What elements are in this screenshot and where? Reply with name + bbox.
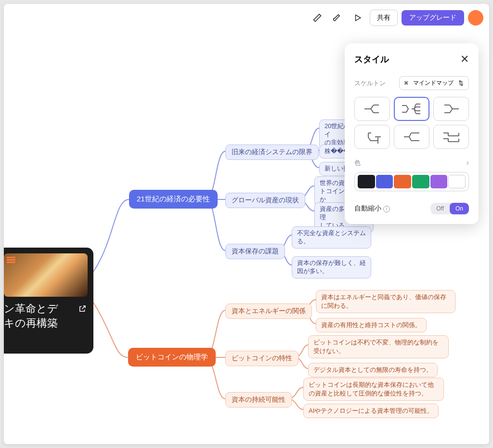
toggle-off[interactable]: Off <box>430 203 450 214</box>
skeleton-dropdown[interactable]: ⌘ マインドマップ ⇅ <box>399 76 469 90</box>
skeleton-opt-2[interactable] <box>394 97 429 121</box>
color-swatches <box>354 172 469 191</box>
upgrade-button[interactable]: アップグレード <box>402 10 464 26</box>
skeleton-grid <box>354 97 469 149</box>
leaf-long-term-adv[interactable]: ビットコインは長期的な資本保存において他の資産と比較して圧倒的な優位性を持つ。 <box>303 378 444 401</box>
close-icon[interactable]: ✕ <box>460 53 469 66</box>
swatch-blue[interactable] <box>376 175 393 188</box>
brush-icon[interactable] <box>329 10 346 26</box>
leaf-usefulness-cost[interactable]: 資産の有用性と維持コストの関係。 <box>316 318 427 332</box>
chevron-updown-icon: ⇅ <box>458 79 464 87</box>
swatch-black[interactable] <box>358 175 375 188</box>
skeleton-opt-6[interactable] <box>433 125 469 149</box>
toolbar: 共有 アップグレード <box>309 10 483 26</box>
swatch-orange[interactable] <box>394 175 411 188</box>
sub-sustainability[interactable]: 資本の持続可能性 <box>225 392 292 408</box>
leaf-energy-synonym[interactable]: 資本はエネルギーと同義であり、価値の保存に関わる。 <box>316 290 455 313</box>
swatch-purple[interactable] <box>430 175 448 188</box>
root-thumbnail <box>4 253 88 297</box>
skeleton-opt-5[interactable] <box>394 125 429 149</box>
sub-bitcoin-nature[interactable]: ビットコインの特性 <box>225 351 298 366</box>
pencil-icon[interactable] <box>309 10 325 26</box>
branch-economy[interactable]: 21世紀の経済の必要性 <box>129 190 218 209</box>
panel-title: スタイル <box>354 53 389 65</box>
external-link-icon[interactable] <box>78 304 87 315</box>
info-icon[interactable]: i <box>383 206 390 212</box>
root-node[interactable]: ン革命とデ キの再構築 <box>4 248 93 354</box>
swatch-white[interactable] <box>448 175 466 188</box>
skeleton-opt-4[interactable] <box>354 125 390 149</box>
leaf-incomplete-assets[interactable]: 不完全な資産とシステム る。 <box>292 226 371 249</box>
chevron-right-icon[interactable]: › <box>467 158 469 167</box>
branch-bitcoin-physics[interactable]: ビットコインの物理学 <box>128 348 216 367</box>
skeleton-opt-3[interactable] <box>433 97 469 121</box>
auto-shrink-toggle[interactable]: Off On <box>430 203 469 214</box>
leaf-ai-management[interactable]: AIやテクノロジーによる資本管理の可能性。 <box>303 404 439 418</box>
leaf-capital-difficult[interactable]: 資本の保存が難しく、経 因が多い。 <box>292 256 371 278</box>
sub-capital-preserve[interactable]: 資本保存の課題 <box>225 244 285 259</box>
style-panel: スタイル ✕ スケルトン ⌘ マインドマップ ⇅ 色 › <box>345 43 479 224</box>
sub-global-assets[interactable]: グローバル資産の現状 <box>225 193 305 208</box>
leaf-infinite-life[interactable]: デジタル資本としての無限の寿命を持つ。 <box>308 363 438 377</box>
app-frame: 共有 アップグレード <box>4 4 489 444</box>
sub-old-economy[interactable]: 旧来の経済システムの限界 <box>225 145 319 160</box>
avatar[interactable] <box>468 10 483 26</box>
skeleton-label: スケルトン <box>354 79 386 88</box>
play-icon[interactable] <box>350 10 366 26</box>
skeleton-opt-1[interactable] <box>354 97 390 121</box>
swatch-green[interactable] <box>412 175 429 188</box>
share-button[interactable]: 共有 <box>370 10 398 26</box>
leaf-immutable[interactable]: ビットコインは不朽で不変、物理的な制約を受けない。 <box>308 335 449 358</box>
toggle-on[interactable]: On <box>450 203 469 214</box>
auto-shrink-label: 自動縮小i <box>354 204 390 213</box>
color-label: 色 <box>354 158 361 167</box>
root-title: ン革命とデ キの再構築 <box>4 302 88 330</box>
sub-capital-energy[interactable]: 資本とエネルギーの関係 <box>225 303 312 319</box>
